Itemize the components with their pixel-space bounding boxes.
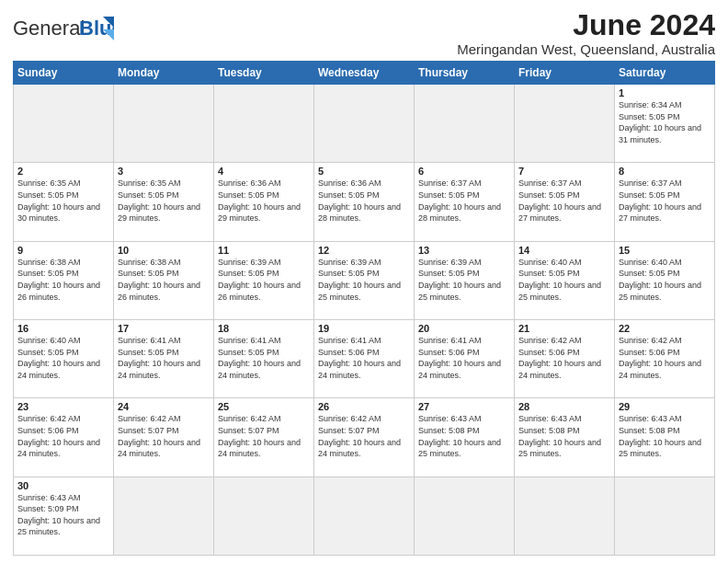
day-number: 21 bbox=[518, 323, 610, 334]
calendar-week-3: 9Sunrise: 6:38 AMSunset: 5:05 PMDaylight… bbox=[14, 241, 715, 319]
calendar-week-5: 23Sunrise: 6:42 AMSunset: 5:06 PMDayligh… bbox=[14, 398, 715, 477]
calendar-cell: 29Sunrise: 6:43 AMSunset: 5:08 PMDayligh… bbox=[615, 398, 715, 477]
day-number: 15 bbox=[619, 245, 711, 256]
calendar-cell: 15Sunrise: 6:40 AMSunset: 5:05 PMDayligh… bbox=[615, 241, 715, 319]
logo-text: General Blue bbox=[13, 9, 114, 53]
calendar-cell: 21Sunrise: 6:42 AMSunset: 5:06 PMDayligh… bbox=[515, 320, 615, 398]
day-info: Sunrise: 6:42 AMSunset: 5:06 PMDaylight:… bbox=[17, 413, 109, 459]
day-number: 2 bbox=[17, 166, 109, 177]
calendar-cell: 13Sunrise: 6:39 AMSunset: 5:05 PMDayligh… bbox=[415, 241, 515, 319]
calendar-cell: 24Sunrise: 6:42 AMSunset: 5:07 PMDayligh… bbox=[114, 398, 214, 477]
day-number: 10 bbox=[118, 245, 210, 256]
day-info: Sunrise: 6:42 AMSunset: 5:07 PMDaylight:… bbox=[218, 413, 310, 459]
day-number: 6 bbox=[418, 166, 510, 177]
calendar-cell bbox=[415, 477, 515, 555]
day-number: 23 bbox=[17, 401, 109, 412]
day-info: Sunrise: 6:43 AMSunset: 5:09 PMDaylight:… bbox=[17, 492, 109, 538]
calendar-cell bbox=[515, 85, 615, 163]
day-number: 12 bbox=[318, 245, 410, 256]
calendar-cell: 7Sunrise: 6:37 AMSunset: 5:05 PMDaylight… bbox=[515, 163, 615, 241]
day-info: Sunrise: 6:37 AMSunset: 5:05 PMDaylight:… bbox=[518, 178, 610, 224]
calendar-cell: 25Sunrise: 6:42 AMSunset: 5:07 PMDayligh… bbox=[214, 398, 314, 477]
day-number: 9 bbox=[17, 245, 109, 256]
calendar-cell bbox=[615, 477, 715, 555]
day-number: 11 bbox=[218, 245, 310, 256]
day-info: Sunrise: 6:43 AMSunset: 5:08 PMDaylight:… bbox=[619, 413, 711, 459]
day-number: 17 bbox=[118, 323, 210, 334]
calendar-cell: 2Sunrise: 6:35 AMSunset: 5:05 PMDaylight… bbox=[14, 163, 114, 241]
month-title: June 2024 bbox=[457, 9, 715, 41]
day-number: 1 bbox=[619, 87, 711, 98]
calendar-cell bbox=[314, 477, 415, 555]
calendar-cell: 4Sunrise: 6:36 AMSunset: 5:05 PMDaylight… bbox=[214, 163, 314, 241]
calendar-cell: 17Sunrise: 6:41 AMSunset: 5:05 PMDayligh… bbox=[114, 320, 214, 398]
title-block: June 2024 Meringandan West, Queensland, … bbox=[457, 9, 715, 57]
day-info: Sunrise: 6:34 AMSunset: 5:05 PMDaylight:… bbox=[619, 99, 711, 145]
day-header-saturday: Saturday bbox=[615, 62, 715, 85]
day-info: Sunrise: 6:39 AMSunset: 5:05 PMDaylight:… bbox=[418, 257, 510, 303]
calendar-cell: 16Sunrise: 6:40 AMSunset: 5:05 PMDayligh… bbox=[14, 320, 114, 398]
calendar-cell: 30Sunrise: 6:43 AMSunset: 5:09 PMDayligh… bbox=[14, 477, 114, 555]
day-info: Sunrise: 6:37 AMSunset: 5:05 PMDaylight:… bbox=[418, 178, 510, 224]
day-number: 28 bbox=[518, 401, 610, 412]
day-info: Sunrise: 6:37 AMSunset: 5:05 PMDaylight:… bbox=[619, 178, 711, 224]
calendar-table: SundayMondayTuesdayWednesdayThursdayFrid… bbox=[13, 61, 715, 556]
calendar-week-4: 16Sunrise: 6:40 AMSunset: 5:05 PMDayligh… bbox=[14, 320, 715, 398]
day-info: Sunrise: 6:35 AMSunset: 5:05 PMDaylight:… bbox=[17, 178, 109, 224]
day-number: 3 bbox=[118, 166, 210, 177]
day-info: Sunrise: 6:38 AMSunset: 5:05 PMDaylight:… bbox=[17, 257, 109, 303]
day-number: 24 bbox=[118, 401, 210, 412]
day-info: Sunrise: 6:43 AMSunset: 5:08 PMDaylight:… bbox=[418, 413, 510, 459]
day-header-sunday: Sunday bbox=[14, 62, 114, 85]
day-header-monday: Monday bbox=[114, 62, 214, 85]
day-info: Sunrise: 6:42 AMSunset: 5:06 PMDaylight:… bbox=[619, 335, 711, 381]
day-number: 8 bbox=[619, 166, 711, 177]
calendar-week-1: 1Sunrise: 6:34 AMSunset: 5:05 PMDaylight… bbox=[14, 85, 715, 163]
day-number: 13 bbox=[418, 245, 510, 256]
day-info: Sunrise: 6:38 AMSunset: 5:05 PMDaylight:… bbox=[118, 257, 210, 303]
day-info: Sunrise: 6:36 AMSunset: 5:05 PMDaylight:… bbox=[318, 178, 410, 224]
day-header-friday: Friday bbox=[515, 62, 615, 85]
header: General Blue June 2024 Meringandan West,… bbox=[13, 9, 715, 57]
day-info: Sunrise: 6:40 AMSunset: 5:05 PMDaylight:… bbox=[518, 257, 610, 303]
day-header-wednesday: Wednesday bbox=[314, 62, 415, 85]
day-info: Sunrise: 6:42 AMSunset: 5:07 PMDaylight:… bbox=[118, 413, 210, 459]
calendar-cell: 5Sunrise: 6:36 AMSunset: 5:05 PMDaylight… bbox=[314, 163, 415, 241]
day-number: 7 bbox=[518, 166, 610, 177]
day-info: Sunrise: 6:39 AMSunset: 5:05 PMDaylight:… bbox=[318, 257, 410, 303]
calendar-cell: 23Sunrise: 6:42 AMSunset: 5:06 PMDayligh… bbox=[14, 398, 114, 477]
calendar-cell: 12Sunrise: 6:39 AMSunset: 5:05 PMDayligh… bbox=[314, 241, 415, 319]
calendar-cell bbox=[515, 477, 615, 555]
calendar-cell bbox=[214, 477, 314, 555]
calendar-cell: 3Sunrise: 6:35 AMSunset: 5:05 PMDaylight… bbox=[114, 163, 214, 241]
calendar-cell bbox=[14, 85, 114, 163]
calendar-page: General Blue June 2024 Meringandan West,… bbox=[0, 0, 728, 563]
calendar-cell: 6Sunrise: 6:37 AMSunset: 5:05 PMDaylight… bbox=[415, 163, 515, 241]
day-number: 19 bbox=[318, 323, 410, 334]
calendar-cell: 1Sunrise: 6:34 AMSunset: 5:05 PMDaylight… bbox=[615, 85, 715, 163]
day-number: 4 bbox=[218, 166, 310, 177]
day-info: Sunrise: 6:41 AMSunset: 5:05 PMDaylight:… bbox=[118, 335, 210, 381]
day-number: 30 bbox=[17, 480, 109, 491]
calendar-week-2: 2Sunrise: 6:35 AMSunset: 5:05 PMDaylight… bbox=[14, 163, 715, 241]
calendar-cell bbox=[314, 85, 415, 163]
day-info: Sunrise: 6:40 AMSunset: 5:05 PMDaylight:… bbox=[17, 335, 109, 381]
day-info: Sunrise: 6:36 AMSunset: 5:05 PMDaylight:… bbox=[218, 178, 310, 224]
calendar-cell: 19Sunrise: 6:41 AMSunset: 5:06 PMDayligh… bbox=[314, 320, 415, 398]
day-number: 20 bbox=[418, 323, 510, 334]
svg-text:General: General bbox=[13, 17, 85, 40]
day-header-tuesday: Tuesday bbox=[214, 62, 314, 85]
calendar-cell: 11Sunrise: 6:39 AMSunset: 5:05 PMDayligh… bbox=[214, 241, 314, 319]
logo: General Blue bbox=[13, 9, 114, 53]
calendar-cell: 18Sunrise: 6:41 AMSunset: 5:05 PMDayligh… bbox=[214, 320, 314, 398]
calendar-cell: 26Sunrise: 6:42 AMSunset: 5:07 PMDayligh… bbox=[314, 398, 415, 477]
day-info: Sunrise: 6:42 AMSunset: 5:06 PMDaylight:… bbox=[518, 335, 610, 381]
day-number: 27 bbox=[418, 401, 510, 412]
day-number: 16 bbox=[17, 323, 109, 334]
day-number: 18 bbox=[218, 323, 310, 334]
day-info: Sunrise: 6:40 AMSunset: 5:05 PMDaylight:… bbox=[619, 257, 711, 303]
calendar-week-6: 30Sunrise: 6:43 AMSunset: 5:09 PMDayligh… bbox=[14, 477, 715, 555]
calendar-cell bbox=[114, 477, 214, 555]
calendar-cell: 20Sunrise: 6:41 AMSunset: 5:06 PMDayligh… bbox=[415, 320, 515, 398]
calendar-cell: 10Sunrise: 6:38 AMSunset: 5:05 PMDayligh… bbox=[114, 241, 214, 319]
